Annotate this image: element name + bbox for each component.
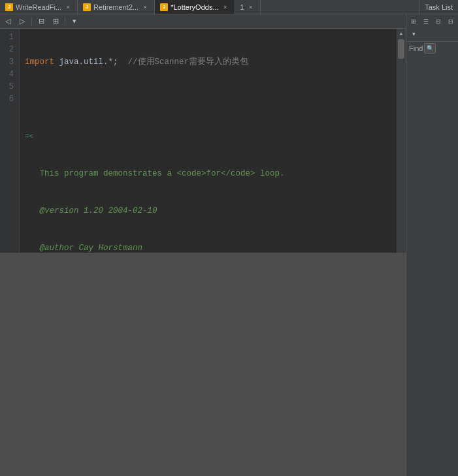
- line-number-6: 6: [3, 93, 14, 106]
- tab-close-icon[interactable]: ×: [141, 3, 149, 11]
- toolbar-divider: [31, 17, 32, 26]
- java-file-icon: J: [83, 3, 91, 11]
- code-line-2: [25, 93, 394, 106]
- tab-close-icon[interactable]: ×: [64, 3, 72, 11]
- find-button[interactable]: 🔍: [424, 43, 436, 54]
- tab-label: *LotteryOdds...: [171, 3, 218, 11]
- task-list-tab[interactable]: Task List: [419, 0, 458, 14]
- javadoc-author: @author Cay Horstmann: [25, 244, 142, 253]
- line-number-2: 2: [3, 44, 14, 56]
- line-number-3: 3: [3, 56, 14, 69]
- line-numbers: 1 2 3 4 5 6: [0, 29, 20, 253]
- scrollbar-thumb[interactable]: [398, 39, 404, 59]
- code-line-5: @version 1.20 2004-02-10: [25, 205, 394, 217]
- task-list-label: Task List: [425, 3, 453, 11]
- right-collapse2-btn[interactable]: ⊟: [445, 16, 457, 27]
- tab-close-icon[interactable]: ×: [221, 3, 229, 11]
- tab-close-icon[interactable]: ×: [247, 3, 255, 11]
- editor-area: ◁ ▷ ⊟ ⊞ ▾ 1 2 3 4 5 6: [0, 14, 458, 476]
- tab-1[interactable]: 1 ×: [235, 0, 261, 14]
- fold-marker: =<: [25, 133, 33, 140]
- ide-container: J WriteReadFi... × J Retirement2... × J …: [0, 0, 458, 476]
- code-content[interactable]: import java.util.*; //使用Scanner需要导入的类包 =…: [20, 29, 397, 253]
- right-panel: ⊞ ☰ ⊟ ⊟ ▾ Find 🔍: [406, 14, 458, 476]
- bottom-area: [0, 253, 406, 477]
- right-expand-btn[interactable]: ⊞: [408, 16, 419, 27]
- collapse-button[interactable]: ⊟: [35, 16, 48, 27]
- comment-chinese: //使用Scanner需要导入的类包: [128, 57, 249, 67]
- line-number-4: 4: [3, 69, 14, 81]
- next-button[interactable]: ▷: [16, 16, 29, 27]
- tab-label: Retirement2...: [93, 3, 139, 11]
- tab-writereadfile[interactable]: J WriteReadFi... ×: [0, 0, 78, 14]
- editor-toolbar: ◁ ▷ ⊟ ⊞ ▾: [0, 14, 406, 29]
- line-number-5: 5: [3, 81, 14, 93]
- scrollbar-up-button[interactable]: ▲: [397, 29, 406, 38]
- line-number-1: 1: [3, 31, 14, 44]
- expand-button[interactable]: ⊞: [49, 16, 62, 27]
- scrollbar-track[interactable]: ▲: [397, 29, 406, 253]
- tab-bar: J WriteReadFi... × J Retirement2... × J …: [0, 0, 458, 14]
- keyword-import: import: [25, 57, 54, 67]
- tab-label: WriteReadFi...: [16, 3, 61, 11]
- java-file-icon: J: [5, 3, 13, 11]
- code-line-1: import java.util.*; //使用Scanner需要导入的类包: [25, 56, 394, 69]
- prev-button[interactable]: ◁: [1, 16, 14, 27]
- tab-retirement[interactable]: J Retirement2... ×: [78, 0, 155, 14]
- code-line-4: This program demonstrates a <code>for</c…: [25, 168, 394, 180]
- code-line-6: @author Cay Horstmann: [25, 242, 394, 253]
- javadoc-line-4: This program demonstrates a <code>for</c…: [25, 169, 285, 178]
- right-panel-toolbar: ⊞ ☰ ⊟ ⊟ ▾: [406, 14, 458, 42]
- code-wrapper[interactable]: 1 2 3 4 5 6 import java.util.*; //使用Scan…: [0, 29, 406, 253]
- menu-button[interactable]: ▾: [68, 16, 81, 27]
- right-menu-btn[interactable]: ▾: [408, 28, 419, 40]
- right-list-btn[interactable]: ☰: [420, 16, 432, 27]
- right-collapse-btn[interactable]: ⊟: [433, 16, 444, 27]
- tab-lotteryodds[interactable]: J *LotteryOdds... ×: [155, 0, 235, 14]
- code-normal: java.util.*;: [54, 57, 118, 67]
- code-line-3: =<: [25, 131, 394, 143]
- find-bar: Find 🔍: [406, 42, 458, 55]
- java-file-icon: J: [160, 3, 168, 11]
- find-label: Find: [409, 44, 423, 52]
- javadoc-version: @version 1.20 2004-02-10: [25, 206, 157, 215]
- tab-label: 1: [240, 3, 244, 11]
- editor-panel: ◁ ▷ ⊟ ⊞ ▾ 1 2 3 4 5 6: [0, 14, 406, 476]
- toolbar-divider-2: [65, 17, 65, 26]
- tab-spacer: [261, 0, 419, 14]
